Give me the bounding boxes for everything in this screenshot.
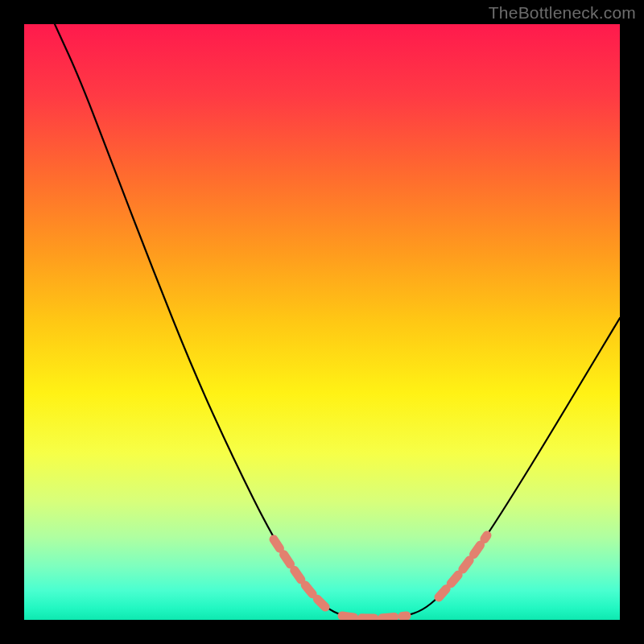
curve-layer	[24, 24, 620, 620]
watermark-text: TheBottleneck.com	[489, 3, 636, 23]
highlight-left	[274, 539, 326, 608]
plot-area	[24, 24, 620, 620]
highlight-flat	[342, 616, 407, 618]
bottleneck-curve	[55, 24, 620, 618]
chart-frame: TheBottleneck.com	[0, 0, 644, 644]
highlight-right	[439, 535, 487, 597]
